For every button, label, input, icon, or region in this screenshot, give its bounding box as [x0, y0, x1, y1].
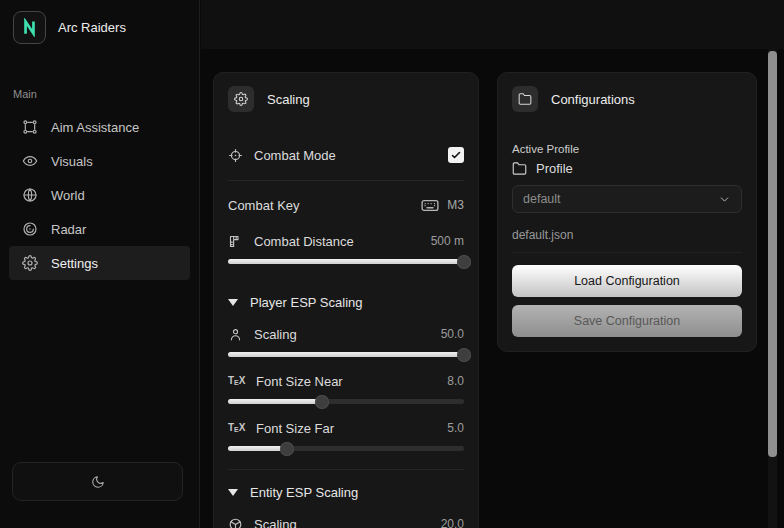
folder-icon: [512, 86, 538, 112]
combat-mode-row: Combat Mode: [228, 144, 464, 166]
entity-scaling-label: Scaling: [254, 517, 297, 528]
sidebar-item-label: Visuals: [51, 154, 93, 169]
sidebar-nav: Aim Assistance Visuals World: [0, 110, 199, 280]
active-profile-label: Active Profile: [512, 143, 742, 155]
aim-assistance-icon: [22, 119, 38, 135]
combat-key-value: M3: [447, 198, 464, 212]
configurations-panel-title: Configurations: [551, 92, 635, 107]
eye-icon: [22, 153, 38, 169]
font-size-far-value: 5.0: [447, 421, 464, 435]
font-size-icon: TEX: [228, 423, 245, 434]
logo-row: Arc Raiders: [0, 0, 199, 44]
font-size-near-value: 8.0: [447, 374, 464, 388]
load-configuration-button[interactable]: Load Configuration: [512, 265, 742, 297]
sidebar-item-world[interactable]: World: [9, 178, 190, 212]
player-scaling-value: 50.0: [441, 327, 464, 341]
player-esp-scaling-section[interactable]: Player ESP Scaling: [228, 294, 464, 310]
theme-toggle-button[interactable]: [12, 462, 183, 501]
font-size-near-row: TEX Font Size Near 8.0: [228, 371, 464, 391]
player-scaling-slider[interactable]: [228, 352, 464, 357]
slider-fill: [228, 352, 464, 357]
divider: [228, 180, 464, 181]
font-size-icon: TEX: [228, 376, 245, 387]
slider-fill: [228, 446, 287, 451]
scrollbar-thumb[interactable]: [768, 51, 777, 457]
scaling-panel: Scaling Combat Mode Combat Key M3: [213, 72, 479, 528]
slider-fill: [228, 399, 322, 404]
nav-section-label: Main: [13, 88, 199, 100]
entity-scaling-value: 20.0: [441, 517, 464, 528]
configurations-panel-header: Configurations: [512, 86, 742, 112]
slider-thumb[interactable]: [457, 348, 471, 362]
keyboard-icon: [421, 199, 439, 212]
collapse-triangle-icon: [228, 489, 238, 496]
combat-distance-value: 500 m: [431, 234, 464, 248]
combat-mode-label: Combat Mode: [254, 148, 336, 163]
ruler-icon: [228, 234, 243, 249]
sphere-icon: [228, 517, 243, 528]
entity-scaling-row: Scaling 20.0: [228, 514, 464, 528]
sidebar-item-radar[interactable]: Radar: [9, 212, 190, 246]
font-size-near-slider[interactable]: [228, 399, 464, 404]
divider: [512, 252, 742, 253]
profile-row: Profile: [512, 161, 742, 176]
player-scaling-label: Scaling: [254, 327, 297, 342]
moon-icon: [91, 475, 105, 489]
chevron-down-icon: [718, 193, 731, 206]
slider-thumb[interactable]: [315, 395, 329, 409]
combat-key-label: Combat Key: [228, 198, 300, 213]
font-size-far-slider[interactable]: [228, 446, 464, 451]
entity-esp-scaling-section[interactable]: Entity ESP Scaling: [228, 484, 464, 500]
profile-dropdown[interactable]: default: [512, 185, 742, 213]
scrollbar[interactable]: [768, 49, 777, 528]
scaling-panel-header: Scaling: [228, 86, 464, 112]
scope-icon: [228, 148, 243, 163]
app-title: Arc Raiders: [58, 20, 126, 35]
font-size-near-label: Font Size Near: [256, 374, 343, 389]
section-title: Entity ESP Scaling: [250, 485, 358, 500]
globe-icon: [22, 187, 38, 203]
folder-icon: [512, 161, 527, 176]
profile-label: Profile: [536, 161, 573, 176]
combat-distance-slider[interactable]: [228, 259, 464, 264]
divider: [228, 469, 464, 470]
sidebar-item-label: Settings: [51, 256, 98, 271]
player-scaling-row: Scaling 50.0: [228, 324, 464, 344]
sidebar: Arc Raiders Main Aim Assistance Visuals: [0, 0, 200, 528]
combat-mode-checkbox[interactable]: [448, 147, 464, 163]
arc-raiders-logo-icon: [13, 11, 46, 44]
section-title: Player ESP Scaling: [250, 295, 363, 310]
sidebar-item-label: Radar: [51, 222, 86, 237]
gear-icon: [22, 255, 38, 271]
sidebar-item-visuals[interactable]: Visuals: [9, 144, 190, 178]
slider-thumb[interactable]: [457, 255, 471, 269]
sidebar-item-label: World: [51, 188, 85, 203]
font-size-far-label: Font Size Far: [256, 421, 334, 436]
save-configuration-button[interactable]: Save Configuration: [512, 305, 742, 337]
combat-key-binding[interactable]: M3: [421, 198, 464, 212]
radar-icon: [22, 221, 38, 237]
sidebar-item-aim-assistance[interactable]: Aim Assistance: [9, 110, 190, 144]
slider-fill: [228, 259, 464, 264]
slider-thumb[interactable]: [280, 442, 294, 456]
sidebar-item-settings[interactable]: Settings: [9, 246, 190, 280]
profile-file-name: default.json: [512, 228, 742, 242]
combat-distance-label: Combat Distance: [254, 234, 354, 249]
combat-key-row[interactable]: Combat Key M3: [228, 195, 464, 215]
gear-icon: [228, 86, 254, 112]
content-header: [201, 0, 784, 49]
scaling-panel-title: Scaling: [267, 92, 310, 107]
configurations-panel: Configurations Active Profile Profile de…: [497, 72, 757, 352]
profile-dropdown-value: default: [523, 192, 561, 206]
collapse-triangle-icon: [228, 299, 238, 306]
person-icon: [228, 327, 243, 342]
combat-distance-row: Combat Distance 500 m: [228, 231, 464, 251]
font-size-far-row: TEX Font Size Far 5.0: [228, 418, 464, 438]
sidebar-item-label: Aim Assistance: [51, 120, 139, 135]
